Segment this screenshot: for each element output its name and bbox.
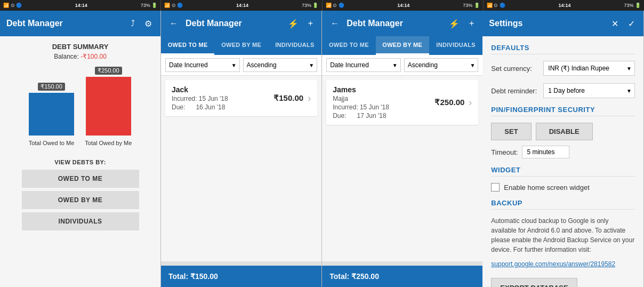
bar-col-owed-by-me: ₹250.00 Total Owed by Me — [85, 67, 132, 146]
status-right-4: 73% 🔋 — [624, 3, 641, 8]
incurred-label-james: Incurred: — [333, 103, 358, 111]
debt-due-jack: Due: 16 Jun '18 — [172, 103, 273, 111]
incurred-label-jack: Incurred: — [172, 95, 197, 102]
due-date-jack: 16 Jun '18 — [196, 103, 225, 111]
tab-individuals-2b[interactable]: INDIVIDUALS — [429, 36, 482, 55]
sort-row-2b: Date Incurred Amount Name ▼ Ascending De… — [322, 55, 482, 76]
debt-amount-jack: ₹150.00 — [273, 93, 303, 103]
back-icon-2b[interactable]: ← — [328, 17, 341, 30]
debt-name-james: James — [333, 85, 434, 94]
bar1-footer: Total Owed to Me — [29, 140, 75, 146]
panel1-content: DEBT SUMMARY Balance: -₹100.00 ₹150.00 T… — [0, 36, 160, 287]
individuals-button[interactable]: INDIVIDUALS — [22, 212, 139, 230]
debt-subname-james: Majja — [333, 95, 434, 102]
reminder-row: Debt reminder: 1 Day before 2 Days befor… — [491, 83, 635, 98]
panel2b-title: Debt Manager — [347, 19, 441, 28]
sort-order-wrapper-2b[interactable]: Ascending Descending ▼ — [404, 58, 479, 72]
tab-owed-by-me-2b[interactable]: OWED BY ME — [376, 36, 429, 55]
status-time-2: 14:14 — [236, 3, 248, 8]
panel3-title: Settings — [489, 19, 604, 28]
tab-owed-by-me-2a[interactable]: OWED BY ME — [214, 36, 268, 55]
settings-content: DEFAULTS Set currency: INR (₹) Indian Ru… — [482, 36, 643, 287]
tab-owed-to-me-2b[interactable]: OWED TO ME — [322, 36, 375, 55]
sort-by-wrapper-2b[interactable]: Date Incurred Amount Name ▼ — [326, 58, 401, 72]
close-icon[interactable]: ✕ — [609, 17, 621, 31]
due-label-jack: Due: — [172, 103, 185, 111]
debt-incurred-jack: Incurred: 15 Jun '18 — [172, 95, 273, 102]
pin-section: SET DISABLE Timeout: 5 minutes 1 minute … — [491, 123, 635, 158]
bar-red — [86, 77, 131, 135]
sort-order-select-2a[interactable]: Ascending Descending — [243, 58, 318, 72]
panel2a-title: Debt Manager — [186, 19, 280, 28]
timeout-select[interactable]: 5 minutes 1 minute 10 minutes 30 minutes — [522, 146, 569, 158]
subpanel-owed-by-me: ← Debt Manager ⚡ + OWED TO ME OWED BY ME… — [322, 11, 482, 287]
tab-owed-to-me-2a[interactable]: OWED TO ME — [161, 36, 214, 55]
chevron-right-jack: › — [308, 93, 311, 104]
incurred-date-jack: 15 Jun '18 — [199, 95, 228, 102]
pin-buttons: SET DISABLE — [491, 123, 635, 140]
panel1-title: Debt Manager — [6, 19, 123, 28]
bar1-label: ₹150.00 — [38, 83, 65, 91]
panel2a-toolbar: ← Debt Manager ⚡ + — [161, 11, 321, 36]
tab-individuals-2a[interactable]: INDIVIDUALS — [268, 36, 321, 55]
owed-by-me-button[interactable]: OWED BY ME — [22, 191, 139, 209]
owed-to-me-button[interactable]: OWED TO ME — [22, 170, 139, 188]
widget-section-header: WIDGET — [491, 166, 635, 177]
sort-by-select-2a[interactable]: Date Incurred Amount Name — [165, 58, 240, 72]
backup-description: Automatic cloud backup to Google is only… — [491, 216, 635, 254]
sort-by-wrapper-2a[interactable]: Date Incurred Amount Name ▼ — [165, 58, 240, 72]
add-icon-2b[interactable]: + — [467, 17, 476, 30]
reminder-select[interactable]: 1 Day before 2 Days before 1 Week before — [543, 83, 635, 98]
set-pin-button[interactable]: SET — [491, 123, 531, 140]
settings-icon[interactable]: ⚙ — [142, 17, 154, 31]
status-right-2: 73% 🔋 — [302, 3, 319, 8]
widget-row: Enable home screen widget — [491, 183, 635, 192]
due-date-james: 17 Jun '18 — [357, 112, 387, 119]
add-icon-2a[interactable]: + — [306, 17, 315, 30]
backup-section-header: BACKUP — [491, 199, 635, 210]
view-debts-label: VIEW DEBTS BY: — [54, 159, 106, 165]
currency-select[interactable]: INR (₹) Indian Rupee USD ($) US Dollar E… — [543, 61, 635, 76]
sort-by-select-2b[interactable]: Date Incurred Amount Name — [326, 58, 401, 72]
bar2-footer: Total Owed by Me — [85, 140, 132, 146]
widget-label: Enable home screen widget — [504, 184, 589, 192]
debt-list-2b: James Majja Incurred: 15 Jun '18 Due: 17… — [322, 76, 482, 261]
filter-icon-2a[interactable]: ⚡ — [286, 17, 301, 31]
currency-select-wrapper[interactable]: INR (₹) Indian Rupee USD ($) US Dollar E… — [543, 61, 635, 76]
debt-card-info-jack: Jack Incurred: 15 Jun '18 Due: 16 Jun '1… — [172, 85, 273, 111]
bar2-label: ₹250.00 — [95, 67, 122, 75]
status-right-3: 73% 🔋 — [463, 3, 480, 8]
sort-order-select-2b[interactable]: Ascending Descending — [404, 58, 479, 72]
timeout-row: Timeout: 5 minutes 1 minute 10 minutes 3… — [491, 146, 635, 158]
filter-icon-2b[interactable]: ⚡ — [447, 17, 462, 31]
share-icon[interactable]: ⤴ — [128, 17, 137, 30]
settings-panel: Settings ✕ ✓ DEFAULTS Set currency: INR … — [482, 11, 644, 287]
backup-link[interactable]: support.google.com/nexus/answer/2819582 — [491, 260, 615, 268]
check-icon[interactable]: ✓ — [626, 17, 637, 31]
debt-card-jack[interactable]: Jack Incurred: 15 Jun '18 Due: 16 Jun '1… — [165, 80, 317, 116]
back-icon-2a[interactable]: ← — [167, 17, 180, 30]
debt-card-info-james: James Majja Incurred: 15 Jun '18 Due: 17… — [333, 85, 434, 119]
export-database-button[interactable]: EXPORT DATABASE — [491, 278, 577, 287]
status-left-4: 📶 ⊙ 🔵 — [487, 3, 505, 8]
subpanel-owed-to-me: ← Debt Manager ⚡ + OWED TO ME OWED BY ME… — [161, 11, 322, 287]
reminder-select-wrapper[interactable]: 1 Day before 2 Days before 1 Week before… — [543, 83, 635, 98]
debt-due-james: Due: 17 Jun '18 — [333, 112, 434, 119]
disable-pin-button[interactable]: DISABLE — [536, 123, 593, 140]
timeout-select-wrapper[interactable]: 5 minutes 1 minute 10 minutes 30 minutes — [522, 146, 569, 158]
debt-card-james[interactable]: James Majja Incurred: 15 Jun '18 Due: 17… — [326, 80, 478, 125]
debt-amount-james: ₹250.00 — [434, 98, 464, 107]
widget-checkbox[interactable] — [491, 183, 500, 192]
tabs-row-2b: OWED TO ME OWED BY ME INDIVIDUALS — [322, 36, 482, 55]
balance-value: -₹100.00 — [80, 53, 107, 60]
sort-row-2a: Date Incurred Amount Name ▼ Ascending De… — [161, 55, 321, 76]
sort-order-wrapper-2a[interactable]: Ascending Descending ▼ — [243, 58, 318, 72]
reminder-label: Debt reminder: — [491, 87, 539, 95]
debt-list-2a: Jack Incurred: 15 Jun '18 Due: 16 Jun '1… — [161, 76, 321, 261]
balance-line: Balance: -₹100.00 — [54, 53, 107, 60]
chart-area: ₹150.00 Total Owed to Me ₹250.00 Total O… — [29, 67, 132, 146]
panel3-toolbar: Settings ✕ ✓ — [482, 11, 643, 36]
status-left-1: 📶 ⊙ 🔵 — [3, 3, 22, 8]
status-left-3: 📶 ⊙ 🔵 — [326, 3, 344, 8]
due-label-james: Due: — [333, 112, 346, 119]
